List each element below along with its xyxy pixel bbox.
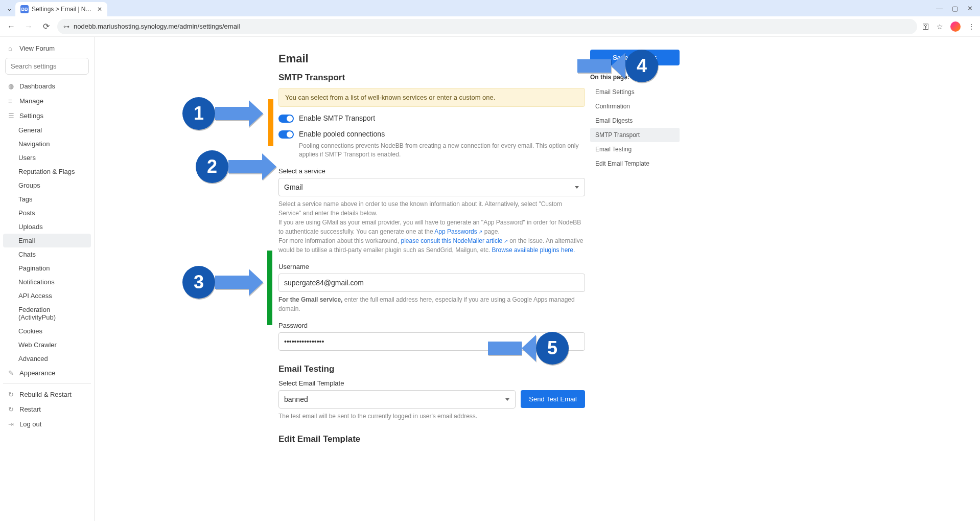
sidebar-item-pagination[interactable]: Pagination (3, 261, 91, 275)
annotation-badge: 1 (182, 97, 215, 130)
otp-email-digests[interactable]: Email Digests (590, 114, 680, 128)
sidebar-item-tags[interactable]: Tags (3, 192, 91, 206)
sidebar-item-email[interactable]: Email (3, 234, 91, 247)
sidebar-item-federation[interactable]: Federation (ActivityPub) (3, 303, 91, 324)
sidebar-label: Settings (19, 112, 43, 120)
section-edit-template-title: Edit Email Template (278, 434, 585, 444)
url-text: nodebb.mariushosting.synology.me/admin/s… (74, 22, 240, 30)
nodemailer-article-link[interactable]: please consult this NodeMailer article (401, 237, 508, 244)
browse-plugins-link[interactable]: Browse available plugins here. (492, 246, 575, 254)
annotation-badge: 2 (196, 150, 228, 183)
password-key-icon[interactable]: ⚿ (922, 22, 929, 31)
section-smtp-title: SMTP Transport (278, 73, 585, 83)
service-help: Select a service name above in order to … (278, 199, 585, 255)
reload-button[interactable]: ⟳ (40, 21, 52, 31)
sidebar-item-navigation[interactable]: Navigation (3, 137, 91, 151)
sidebar-label: View Forum (19, 44, 55, 52)
sidebar-label: Appearance (19, 369, 55, 377)
sidebar-rebuild[interactable]: ↻ Rebuild & Restart (3, 387, 91, 402)
maximize-icon[interactable]: ▢ (952, 5, 958, 12)
search-input[interactable] (5, 58, 89, 75)
sidebar-manage[interactable]: ≡ Manage (3, 94, 91, 108)
sidebar-item-users[interactable]: Users (3, 151, 91, 165)
otp-email-settings[interactable]: Email Settings (590, 85, 680, 99)
service-select[interactable]: Gmail (278, 178, 585, 196)
otp-email-testing[interactable]: Email Testing (590, 142, 680, 156)
alert-services: You can select from a list of well-known… (278, 88, 585, 107)
forward-button[interactable]: → (22, 22, 35, 31)
username-label: Username (278, 263, 585, 270)
url-field[interactable]: ⊶ nodebb.mariushosting.synology.me/admin… (57, 19, 917, 34)
otp-confirmation[interactable]: Confirmation (590, 99, 680, 114)
sidebar-item-chats[interactable]: Chats (3, 247, 91, 261)
sidebar-settings[interactable]: ☰ Settings (3, 108, 91, 123)
sidebar-item-reputation[interactable]: Reputation & Flags (3, 165, 91, 178)
minimize-icon[interactable]: — (936, 5, 943, 12)
sidebar-item-advanced[interactable]: Advanced (3, 352, 91, 366)
main-content: Email SMTP Transport You can select from… (95, 37, 980, 521)
sidebar-item-cookies[interactable]: Cookies (3, 324, 91, 338)
annotation-3: 3 (182, 266, 263, 299)
right-panel: Save changes On this page: Email Setting… (590, 50, 680, 171)
username-help: For the Gmail service, enter the full em… (278, 295, 585, 313)
bookmark-star-icon[interactable]: ☆ (937, 22, 943, 31)
logout-icon: ⇥ (8, 420, 15, 428)
sidebar-item-notifications[interactable]: Notifications (3, 275, 91, 289)
annotation-2: 2 (196, 150, 276, 183)
sidebar-item-general[interactable]: General (3, 123, 91, 137)
sidebar-item-posts[interactable]: Posts (3, 206, 91, 220)
profile-avatar[interactable] (950, 21, 961, 32)
send-test-email-button[interactable]: Send Test Email (521, 390, 585, 408)
back-button[interactable]: ← (5, 22, 17, 31)
browser-tab[interactable]: BB Settings > Email | NodeB… ✕ (15, 2, 107, 16)
service-label: Select a service (278, 167, 585, 175)
sidebar-search[interactable] (5, 58, 89, 75)
toggle-pooled-label: Enable pooled connections (299, 130, 385, 138)
sidebar-item-uploads[interactable]: Uploads (3, 220, 91, 234)
sidebar-item-webcrawler[interactable]: Web Crawler (3, 338, 91, 352)
sidebar-dashboards[interactable]: ◍ Dashboards (3, 79, 91, 94)
pooled-help-text: Pooling connections prevents NodeBB from… (299, 142, 585, 159)
password-input[interactable] (278, 332, 585, 351)
toggle-smtp-transport[interactable] (278, 115, 294, 123)
sidebar-item-groups[interactable]: Groups (3, 178, 91, 192)
refresh-icon: ↻ (8, 405, 15, 413)
sidebar-appearance[interactable]: ✎ Appearance (3, 366, 91, 380)
kebab-menu-icon[interactable]: ⋮ (968, 22, 975, 31)
site-info-icon[interactable]: ⊶ (63, 23, 69, 30)
refresh-icon: ↻ (8, 391, 15, 398)
globe-icon: ◍ (8, 82, 15, 90)
annotation-badge: 3 (182, 266, 215, 299)
annotation-1: 1 (182, 97, 263, 130)
brush-icon: ✎ (8, 369, 15, 377)
sidebar-label: Rebuild & Restart (19, 391, 72, 398)
sidebar-label: Manage (19, 97, 43, 105)
sidebar-label: Restart (19, 405, 41, 413)
sidebar-view-forum[interactable]: ⌂ View Forum (3, 41, 91, 56)
page-title: Email (278, 52, 585, 65)
sidebar-label: Dashboards (19, 82, 55, 90)
sidebar-logout[interactable]: ⇥ Log out (3, 417, 91, 432)
testing-help: The test email will be sent to the curre… (278, 412, 585, 421)
sidebar: ⌂ View Forum ◍ Dashboards ≡ Manage ☰ Set… (0, 37, 95, 521)
on-this-page-title: On this page: (590, 74, 680, 81)
otp-smtp-transport[interactable]: SMTP Transport (590, 128, 680, 142)
tab-title: Settings > Email | NodeB… (32, 6, 94, 13)
sidebar-item-api[interactable]: API Access (3, 289, 91, 303)
app-passwords-link[interactable]: App Passwords (434, 228, 482, 235)
toggle-pooled-connections[interactable] (278, 130, 294, 139)
sliders-icon: ☰ (8, 112, 15, 120)
highlight-bar-orange (268, 99, 273, 146)
template-label: Select Email Template (278, 379, 585, 387)
sidebar-restart[interactable]: ↻ Restart (3, 402, 91, 417)
otp-edit-template[interactable]: Edit Email Template (590, 156, 680, 171)
username-input[interactable] (278, 274, 585, 292)
browser-tab-bar: ⌄ BB Settings > Email | NodeB… ✕ — ▢ ✕ (0, 0, 980, 16)
tabs-dropdown-icon[interactable]: ⌄ (3, 5, 15, 12)
close-window-icon[interactable]: ✕ (967, 5, 973, 12)
password-label: Password (278, 322, 585, 329)
save-changes-button[interactable]: Save changes (590, 50, 680, 65)
close-tab-icon[interactable]: ✕ (97, 6, 102, 13)
sidebar-label: Log out (19, 420, 41, 428)
template-select[interactable]: banned (278, 390, 516, 409)
